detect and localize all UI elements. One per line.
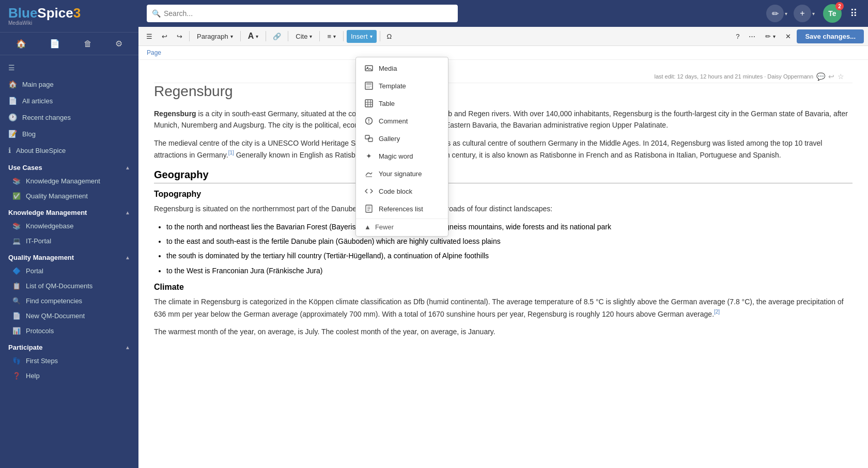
logo-blue: Blue	[8, 6, 37, 20]
cite-label: Cite	[296, 33, 307, 40]
insert-fewer-btn[interactable]: ▲ Fewer	[356, 220, 448, 234]
comment-icon[interactable]: 💬	[816, 72, 825, 81]
search-input[interactable]	[164, 9, 453, 18]
sidebar-item-blog[interactable]: 📝 Blog	[0, 126, 138, 142]
insert-magic-word[interactable]: ✦ Magic word	[356, 147, 448, 165]
it-icon: 💻	[12, 237, 21, 245]
cite-dropdown[interactable]: Cite ▾	[291, 30, 316, 43]
nav-icon-btn-4[interactable]: ⚙	[112, 36, 126, 52]
breadcrumb-page-link[interactable]: Page	[147, 49, 161, 56]
sidebar-item-main-page[interactable]: 🏠 Main page	[0, 76, 138, 92]
grid-button[interactable]: ⠿	[848, 5, 860, 22]
section-use-cases-chevron: ▲	[125, 165, 130, 170]
sidebar-item-find-competencies[interactable]: 🔍 Find competencies	[0, 293, 138, 308]
media-icon	[364, 64, 374, 73]
sidebar-item-about[interactable]: ℹ About BlueSpice	[0, 142, 138, 159]
sidebar-item-recent-changes-label: Recent changes	[22, 114, 71, 121]
sidebar-item-portal[interactable]: 🔷 Portal	[0, 263, 138, 278]
sidebar-item-list-qm-label: List of QM-Documents	[26, 282, 92, 290]
fewer-arrow: ▲	[364, 223, 371, 231]
link-button[interactable]: 🔗	[269, 30, 285, 43]
font-dropdown[interactable]: A ▾	[244, 29, 263, 43]
star-icon[interactable]: ☆	[838, 72, 844, 81]
sidebar-item-blog-label: Blog	[22, 130, 36, 138]
dropdown-separator	[356, 219, 448, 219]
insert-references-list[interactable]: References list	[356, 200, 448, 217]
insert-table-label: Table	[379, 100, 395, 107]
sidebar-item-knowledge-management[interactable]: 📚 Knowledge Management	[0, 174, 138, 189]
insert-media[interactable]: Media	[356, 60, 448, 77]
nav-icon-btn-1[interactable]: 🏠	[13, 36, 29, 52]
logo-sub: MediaWiki	[8, 21, 81, 26]
main-area: 🔍 ✏ ▾ + ▾ Te 2 ⠿ ☰ ↩ ↪ P	[138, 0, 868, 468]
highlight-dropdown[interactable]: ✏ ▾	[761, 30, 780, 43]
geography-heading: Geography	[154, 169, 853, 183]
sidebar-item-quality-management[interactable]: ✅ Quality Management	[0, 189, 138, 204]
insert-signature[interactable]: Your signature	[356, 165, 448, 182]
user-avatar[interactable]: Te 2	[823, 4, 842, 23]
sidebar-item-km-label: Knowledge Management	[26, 177, 100, 185]
section-participate-label: Participate	[8, 344, 42, 351]
sidebar-item-protocols[interactable]: 📊 Protocols	[0, 323, 138, 338]
highlight-caret: ▾	[773, 34, 776, 39]
section-km-label: Knowledge Management	[8, 209, 87, 216]
hamburger-toolbar-btn[interactable]: ☰	[143, 30, 156, 43]
section-qm-label: Quality Management	[8, 254, 74, 261]
sidebar-item-all-articles[interactable]: 📄 All articles	[0, 92, 138, 109]
insert-gallery[interactable]: Gallery	[356, 130, 448, 147]
insert-table[interactable]: Table	[356, 95, 448, 112]
insert-gallery-label: Gallery	[379, 135, 400, 143]
sidebar-item-it-portal[interactable]: 💻 IT-Portal	[0, 233, 138, 248]
list-dropdown[interactable]: ≡ ▾	[323, 30, 340, 43]
paragraph-dropdown[interactable]: Paragraph ▾	[193, 30, 237, 43]
nav-icon-btn-3[interactable]: 🗑	[81, 36, 95, 52]
topography-intro: Regensburg is situated on the northernmo…	[154, 203, 853, 214]
insert-code-block[interactable]: Code block	[356, 182, 448, 200]
toolbar-sep-1	[189, 31, 190, 41]
sidebar-item-kb-label: Knowledgebase	[26, 222, 74, 230]
history-icon[interactable]: ↩	[828, 72, 834, 81]
competency-icon: 🔍	[12, 297, 21, 305]
section-knowledge-management[interactable]: Knowledge Management ▲	[0, 204, 138, 219]
omega-button[interactable]: Ω	[383, 30, 396, 43]
redo-button[interactable]: ↪	[173, 30, 186, 43]
sidebar-item-first-steps[interactable]: 👣 First Steps	[0, 353, 138, 368]
insert-template[interactable]: Template	[356, 77, 448, 95]
nav-icon-btn-2[interactable]: 📄	[47, 36, 63, 52]
insert-comment[interactable]: ! Comment	[356, 112, 448, 130]
add-button[interactable]: +	[794, 5, 811, 22]
insert-references-label: References list	[379, 205, 423, 213]
sidebar-item-recent-changes[interactable]: 🕐 Recent changes	[0, 109, 138, 126]
insert-dropdown-menu: Media Template Table !	[355, 60, 448, 237]
paragraph-caret: ▾	[230, 34, 233, 39]
edit-button[interactable]: ✏	[766, 5, 784, 22]
template-icon	[364, 81, 374, 90]
climate-paragraph1: The climate in Regensburg is categorized…	[154, 296, 853, 319]
close-editor-button[interactable]: ✕	[782, 30, 795, 43]
help-button[interactable]: ?	[732, 30, 743, 43]
sidebar-hamburger[interactable]: ☰	[0, 59, 138, 76]
more-button[interactable]: ⋯	[745, 30, 759, 43]
sidebar-nav: ☰ 🏠 Main page 📄 All articles 🕐 Recent ch…	[0, 55, 138, 387]
portal-icon: 🔷	[12, 267, 21, 275]
sidebar-item-all-articles-label: All articles	[22, 97, 53, 105]
sidebar-item-help[interactable]: ❓ Help	[0, 368, 138, 383]
section-participate[interactable]: Participate ▲	[0, 338, 138, 353]
insert-signature-label: Your signature	[379, 170, 422, 178]
sidebar-item-first-steps-label: First Steps	[26, 357, 58, 365]
section-quality-management[interactable]: Quality Management ▲	[0, 248, 138, 263]
sidebar-item-knowledgebase[interactable]: 📚 Knowledgebase	[0, 219, 138, 233]
undo-button[interactable]: ↩	[158, 30, 171, 43]
section-use-cases[interactable]: Use Cases ▲	[0, 159, 138, 174]
sidebar-item-new-qm-document[interactable]: 📄 New QM-Document	[0, 308, 138, 323]
logo: BlueSpice3 MediaWiki	[0, 0, 138, 32]
save-changes-button[interactable]: Save changes...	[797, 29, 864, 43]
insert-dropdown-btn[interactable]: Insert ▾	[347, 30, 377, 43]
content-area: last edit: 12 days, 12 hours and 21 minu…	[138, 60, 868, 468]
list-icon: 📄	[8, 97, 17, 105]
svg-rect-6	[365, 100, 373, 107]
hamburger-icon: ☰	[8, 64, 15, 72]
sidebar-item-list-qm-docs[interactable]: 📋 List of QM-Documents	[0, 278, 138, 293]
add-btn-arrow: ▾	[812, 11, 815, 17]
references-icon	[364, 204, 374, 213]
